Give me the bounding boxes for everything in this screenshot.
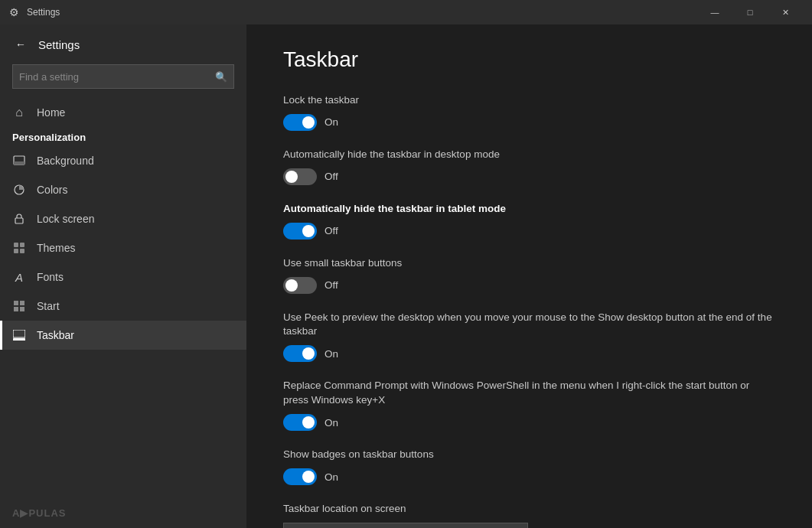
setting-peek-label: Use Peek to preview the desktop when you… xyxy=(283,311,775,340)
setting-badges: Show badges on taskbar buttons On xyxy=(283,448,775,485)
sidebar-item-lock-screen-label: Lock screen xyxy=(37,213,94,225)
maximize-button[interactable]: □ xyxy=(732,0,768,24)
themes-icon xyxy=(12,241,26,255)
main-content: Taskbar Lock the taskbar On Automaticall… xyxy=(246,24,812,528)
title-bar-left: ⚙ Settings xyxy=(9,6,60,18)
svg-rect-9 xyxy=(20,301,24,305)
home-icon: ⌂ xyxy=(12,106,26,119)
toggle-small-buttons-status: Off xyxy=(324,279,338,291)
watermark-logo: A▶PULAS xyxy=(12,507,66,519)
toggle-auto-hide-tablet-status: Off xyxy=(324,225,338,236)
sidebar-section-label: Personalization xyxy=(0,127,246,146)
sidebar-item-start[interactable]: Start xyxy=(0,292,246,321)
toggle-auto-hide-desktop[interactable] xyxy=(283,168,317,185)
toggle-row-powershell: On xyxy=(283,414,775,431)
background-icon xyxy=(12,154,26,168)
toggle-peek[interactable] xyxy=(283,345,317,362)
taskbar-location-dropdown-container: Bottom ▾ xyxy=(283,523,775,528)
sidebar-item-lock-screen[interactable]: Lock screen xyxy=(0,204,246,233)
setting-auto-hide-desktop-label: Automatically hide the taskbar in deskto… xyxy=(283,148,775,162)
app-container: ← Settings 🔍 ⌂ Home Personalization Back… xyxy=(0,24,812,528)
toggle-powershell-status: On xyxy=(324,417,338,429)
svg-rect-1 xyxy=(14,161,24,165)
svg-rect-13 xyxy=(13,338,25,341)
svg-rect-6 xyxy=(14,249,18,253)
toggle-badges-status: On xyxy=(324,471,338,483)
setting-taskbar-location-label: Taskbar location on screen xyxy=(283,502,775,517)
setting-auto-hide-tablet: Automatically hide the taskbar in tablet… xyxy=(283,202,775,240)
sidebar: ← Settings 🔍 ⌂ Home Personalization Back… xyxy=(0,24,246,528)
toggle-lock-taskbar[interactable] xyxy=(283,114,317,131)
toggle-badges[interactable] xyxy=(283,468,317,485)
svg-rect-12 xyxy=(13,330,25,337)
search-icon[interactable]: 🔍 xyxy=(215,71,227,83)
toggle-row-badges: On xyxy=(283,468,775,485)
sidebar-item-colors[interactable]: Colors xyxy=(0,175,246,204)
toggle-small-buttons[interactable] xyxy=(283,277,317,294)
sidebar-item-taskbar-label: Taskbar xyxy=(37,329,74,341)
page-title: Taskbar xyxy=(283,47,775,72)
sidebar-item-themes[interactable]: Themes xyxy=(0,233,246,262)
toggle-lock-taskbar-status: On xyxy=(324,116,338,128)
setting-taskbar-location: Taskbar location on screen Bottom ▾ xyxy=(283,502,775,528)
colors-icon xyxy=(12,183,26,197)
sidebar-item-colors-label: Colors xyxy=(37,184,67,196)
setting-powershell: Replace Command Prompt with Windows Powe… xyxy=(283,379,775,431)
toggle-row-lock-taskbar: On xyxy=(283,114,775,131)
sidebar-item-themes-label: Themes xyxy=(37,242,76,254)
svg-rect-5 xyxy=(20,243,24,247)
setting-auto-hide-desktop: Automatically hide the taskbar in deskto… xyxy=(283,148,775,185)
setting-peek: Use Peek to preview the desktop when you… xyxy=(283,311,775,363)
setting-lock-taskbar: Lock the taskbar On xyxy=(283,93,775,131)
sidebar-item-taskbar[interactable]: Taskbar xyxy=(0,321,246,350)
toggle-row-auto-hide-tablet: Off xyxy=(283,223,775,240)
watermark: A▶PULAS xyxy=(0,498,246,528)
toggle-auto-hide-desktop-status: Off xyxy=(324,171,338,182)
setting-small-buttons: Use small taskbar buttons Off xyxy=(283,256,775,294)
toggle-row-small-buttons: Off xyxy=(283,277,775,294)
search-box[interactable]: 🔍 xyxy=(12,64,234,89)
sidebar-item-home-label: Home xyxy=(37,106,65,119)
fonts-icon: A xyxy=(12,270,26,284)
setting-auto-hide-tablet-label: Automatically hide the taskbar in tablet… xyxy=(283,202,775,217)
svg-rect-7 xyxy=(20,249,24,253)
settings-icon: ⚙ xyxy=(9,6,19,18)
search-input[interactable] xyxy=(19,71,215,83)
title-bar-title: Settings xyxy=(27,7,60,18)
setting-lock-taskbar-label: Lock the taskbar xyxy=(283,93,775,108)
start-icon xyxy=(12,299,26,313)
toggle-auto-hide-tablet[interactable] xyxy=(283,223,317,240)
back-button[interactable]: ← xyxy=(12,35,29,54)
sidebar-item-fonts-label: Fonts xyxy=(37,271,64,283)
svg-rect-8 xyxy=(14,301,18,305)
svg-rect-3 xyxy=(15,218,23,223)
minimize-button[interactable]: — xyxy=(697,0,732,24)
setting-powershell-label: Replace Command Prompt with Windows Powe… xyxy=(283,379,775,408)
toggle-powershell[interactable] xyxy=(283,414,317,431)
sidebar-item-start-label: Start xyxy=(37,300,60,312)
sidebar-item-background-label: Background xyxy=(37,155,94,167)
title-bar: ⚙ Settings — □ ✕ xyxy=(0,0,812,24)
taskbar-location-dropdown[interactable]: Bottom ▾ xyxy=(283,523,528,528)
lock-screen-icon xyxy=(12,212,26,226)
setting-badges-label: Show badges on taskbar buttons xyxy=(283,448,775,462)
sidebar-app-title: Settings xyxy=(38,38,80,51)
toggle-peek-status: On xyxy=(324,348,338,360)
toggle-row-auto-hide-desktop: Off xyxy=(283,168,775,185)
sidebar-item-fonts[interactable]: A Fonts xyxy=(0,262,246,292)
taskbar-icon xyxy=(12,328,26,342)
sidebar-item-background[interactable]: Background xyxy=(0,146,246,175)
svg-rect-11 xyxy=(20,307,24,311)
setting-small-buttons-label: Use small taskbar buttons xyxy=(283,256,775,271)
close-button[interactable]: ✕ xyxy=(768,0,803,24)
svg-rect-10 xyxy=(14,307,18,311)
title-bar-controls: — □ ✕ xyxy=(697,0,803,24)
toggle-row-peek: On xyxy=(283,345,775,362)
sidebar-header: ← Settings xyxy=(0,24,246,60)
sidebar-item-home[interactable]: ⌂ Home xyxy=(0,98,246,127)
svg-rect-4 xyxy=(14,243,18,247)
